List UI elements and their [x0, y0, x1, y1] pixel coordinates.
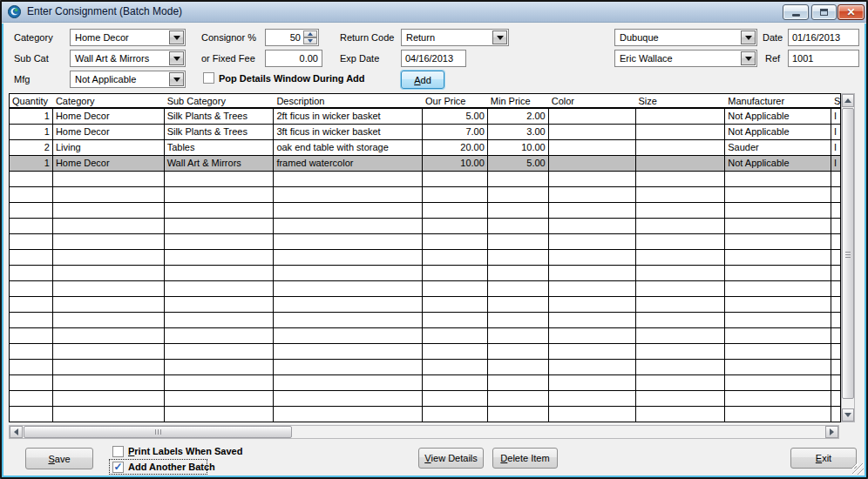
- table-row[interactable]: [10, 297, 840, 313]
- table-cell: [831, 297, 840, 312]
- view-details-button[interactable]: View Details: [418, 448, 484, 469]
- table-cell: [636, 375, 726, 390]
- table-cell: [725, 266, 831, 280]
- add-button[interactable]: Add: [401, 71, 444, 89]
- table-cell: [488, 328, 549, 343]
- scroll-right-icon[interactable]: [825, 426, 838, 438]
- fixed-fee-value: 0.00: [300, 53, 318, 64]
- table-row[interactable]: [10, 391, 840, 407]
- table-cell: [274, 297, 423, 312]
- add-another-batch-label: Add Another Batch: [128, 462, 215, 472]
- chevron-down-icon[interactable]: [741, 30, 756, 44]
- table-row[interactable]: [10, 360, 840, 375]
- chevron-down-icon[interactable]: [492, 30, 507, 44]
- table-cell: [423, 297, 488, 312]
- table-cell: [53, 313, 165, 327]
- table-header-row[interactable]: QuantityCategorySub CategoryDescriptionO…: [10, 94, 840, 109]
- vertical-scrollbar-thumb[interactable]: [842, 108, 854, 399]
- column-header[interactable]: Sub Category: [165, 94, 275, 107]
- spinner-down-icon[interactable]: [303, 37, 317, 44]
- close-button[interactable]: ✕: [837, 4, 865, 20]
- column-header[interactable]: Manufacturer: [725, 94, 831, 107]
- sub-cat-label: Sub Cat: [14, 53, 49, 64]
- sub-cat-select[interactable]: Wall Art & Mirrors: [70, 50, 186, 67]
- table-cell: [636, 344, 726, 359]
- table-cell: [549, 234, 636, 249]
- column-header[interactable]: Our Price: [423, 94, 488, 107]
- table-cell: [165, 266, 275, 280]
- resize-grip[interactable]: [852, 463, 864, 475]
- save-button[interactable]: Save: [25, 448, 93, 469]
- table-row[interactable]: [10, 234, 840, 250]
- ref-label: Ref: [765, 53, 780, 64]
- table-row[interactable]: [10, 328, 840, 344]
- column-header[interactable]: Quantity: [10, 94, 53, 107]
- column-header[interactable]: Min Price: [488, 94, 549, 107]
- chevron-down-icon[interactable]: [169, 30, 184, 44]
- consignor-select[interactable]: Eric Wallace: [614, 50, 757, 67]
- location-select[interactable]: Dubuque: [614, 29, 757, 46]
- print-labels-label: Print Labels When Saved: [128, 446, 242, 456]
- table-cell: Not Applicable: [725, 109, 831, 124]
- table-row[interactable]: [10, 266, 840, 281]
- category-label: Category: [14, 32, 53, 43]
- table-row[interactable]: 1Home DecorSilk Plants & Trees2ft ficus …: [10, 109, 840, 125]
- table-cell: [549, 250, 636, 265]
- table-row[interactable]: [10, 172, 840, 187]
- table-cell: [549, 297, 636, 312]
- category-select[interactable]: Home Decor: [70, 29, 186, 46]
- table-row[interactable]: [10, 344, 840, 360]
- exp-date-input[interactable]: 04/16/2013: [401, 50, 466, 67]
- add-another-batch-checkbox[interactable]: [112, 462, 124, 473]
- date-input[interactable]: 01/16/2013: [788, 29, 859, 46]
- table-cell: [831, 234, 840, 249]
- chevron-down-icon[interactable]: [169, 72, 184, 86]
- table-row[interactable]: [10, 203, 840, 219]
- column-header[interactable]: S: [831, 94, 840, 107]
- horizontal-scrollbar-thumb[interactable]: [24, 426, 292, 438]
- enter-consignment-window: Enter Consignment (Batch Mode) ✕ Categor…: [0, 0, 868, 479]
- table-cell: [725, 313, 831, 327]
- ref-input[interactable]: 1001: [788, 50, 859, 67]
- exit-button[interactable]: Exit: [790, 448, 857, 469]
- scroll-down-icon[interactable]: [842, 408, 854, 422]
- table-row[interactable]: [10, 219, 840, 234]
- table-row[interactable]: 1Home DecorSilk Plants & Trees3ft ficus …: [10, 125, 840, 140]
- pop-details-checkbox[interactable]: [203, 72, 214, 84]
- consignor-pct-spinner[interactable]: [303, 30, 317, 44]
- scroll-left-icon[interactable]: [10, 426, 23, 438]
- table-row[interactable]: [10, 313, 840, 328]
- mfg-select[interactable]: Not Applicable: [70, 71, 186, 88]
- table-cell: [636, 234, 726, 249]
- title-bar[interactable]: Enter Consignment (Batch Mode): [2, 2, 866, 23]
- delete-item-button[interactable]: Delete Item: [492, 448, 558, 469]
- table-row[interactable]: [10, 407, 840, 422]
- column-header[interactable]: Description: [274, 94, 423, 107]
- table-row[interactable]: [10, 187, 840, 203]
- scroll-up-icon[interactable]: [842, 94, 854, 107]
- print-labels-checkbox[interactable]: [112, 446, 124, 457]
- vertical-scrollbar[interactable]: [841, 93, 855, 422]
- maximize-button[interactable]: [811, 4, 837, 20]
- column-header[interactable]: Color: [549, 94, 636, 107]
- column-header[interactable]: Size: [636, 94, 726, 107]
- table-cell: [549, 140, 636, 155]
- spinner-up-icon[interactable]: [303, 30, 317, 37]
- table-cell: [53, 266, 165, 280]
- table-row[interactable]: [10, 250, 840, 266]
- table-cell: [10, 313, 53, 327]
- table-row[interactable]: 2LivingTablesoak end table with storage2…: [10, 140, 840, 156]
- fixed-fee-input[interactable]: 0.00: [265, 50, 322, 67]
- table-row[interactable]: [10, 281, 840, 297]
- chevron-down-icon[interactable]: [169, 51, 184, 65]
- horizontal-scrollbar[interactable]: [9, 425, 839, 439]
- column-header[interactable]: Category: [53, 94, 165, 107]
- table-row[interactable]: 1Home DecorWall Art & Mirrorsframed wate…: [10, 156, 840, 172]
- table-row[interactable]: [10, 375, 840, 391]
- minimize-button[interactable]: [783, 4, 809, 20]
- return-code-select[interactable]: Return: [401, 29, 509, 46]
- table-cell: [53, 328, 165, 343]
- table-cell: [423, 360, 488, 374]
- consignor-pct-input[interactable]: 50: [265, 29, 319, 46]
- chevron-down-icon[interactable]: [741, 51, 756, 65]
